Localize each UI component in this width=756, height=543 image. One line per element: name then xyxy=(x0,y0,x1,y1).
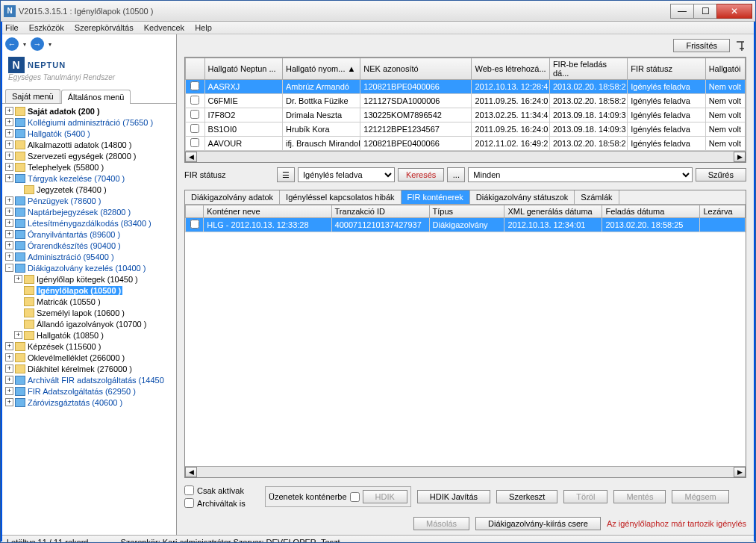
table-row[interactable]: AASRXJAmbrúz Armandó120821BPE04000662012… xyxy=(186,80,746,94)
filter-button[interactable]: Szűrés xyxy=(696,168,746,181)
tree-item[interactable]: +Archivált FIR adatszolgáltatás (14450 xyxy=(4,374,176,385)
table-row[interactable]: I7F8O2Drimala Neszta130225KOM78965422013… xyxy=(186,108,746,122)
tree-view[interactable]: +Saját adatok (200 )+Kollégiumi adminisz… xyxy=(2,104,176,535)
tree-item[interactable]: +Pénzügyek (78600 ) xyxy=(4,195,176,206)
tab-altalanos-menu[interactable]: Általános menü xyxy=(61,90,131,104)
tree-item[interactable]: +Oklevélmelléklet (266000 ) xyxy=(4,352,176,363)
tree-toggle-icon[interactable]: + xyxy=(5,241,13,249)
tree-toggle-icon[interactable]: + xyxy=(14,275,22,283)
column-header[interactable]: Tranzakció ID xyxy=(331,205,429,218)
save-button[interactable]: Mentés xyxy=(613,490,666,503)
nav-back-dropdown[interactable]: ▾ xyxy=(23,41,26,48)
column-header[interactable]: Web-es létrehozá... xyxy=(472,58,549,80)
nav-back-icon[interactable]: ← xyxy=(5,37,19,51)
archived-checkbox[interactable]: Archiváltak is xyxy=(184,498,259,508)
column-header[interactable]: Konténer neve xyxy=(204,205,331,218)
main-grid[interactable]: Hallgató Neptun ...Hallgató nyom... ▲NEK… xyxy=(184,57,746,163)
table-row[interactable]: BS1OI0Hrubík Kora121212BPE12345672011.09… xyxy=(186,122,746,137)
menu-help[interactable]: Help xyxy=(195,23,212,32)
detail-grid[interactable]: Konténer neveTranzakció IDTípusXML gener… xyxy=(185,205,746,232)
menu-kedvencek[interactable]: Kedvencek xyxy=(144,23,184,32)
tree-toggle-icon[interactable]: + xyxy=(5,364,13,373)
detail-scroll-right-icon[interactable]: ▶ xyxy=(734,467,746,477)
nav-forward-dropdown[interactable]: ▾ xyxy=(49,41,51,48)
detail-tab[interactable]: Számlák xyxy=(575,190,619,204)
tree-toggle-icon[interactable]: + xyxy=(5,353,13,362)
messages-to-container-checkbox[interactable] xyxy=(350,492,360,502)
table-row[interactable]: HLG - 2012.10.13. 12:33:2840007112101374… xyxy=(186,218,746,232)
column-header[interactable]: Feladás dátuma xyxy=(602,205,700,218)
refresh-button[interactable]: Frissítés xyxy=(673,39,730,52)
detail-tab[interactable]: FIR konténerek xyxy=(402,190,470,204)
pin-icon[interactable] xyxy=(734,40,746,52)
detail-tab[interactable]: Igényléssel kapcsolatos hibák xyxy=(280,190,402,204)
copy-button[interactable]: Másolás xyxy=(413,517,469,530)
diakigazolvany-kiiras-button[interactable]: Diákigazolvány-kiírás csere xyxy=(475,517,601,530)
tree-item[interactable]: +Kollégiumi adminisztráció (75650 ) xyxy=(4,117,176,128)
column-header[interactable]: Lezárva xyxy=(700,205,746,218)
tree-toggle-icon[interactable]: + xyxy=(5,196,13,205)
tree-item[interactable]: +Óranyilvántartás (89600 ) xyxy=(4,229,176,240)
tree-toggle-icon[interactable]: + xyxy=(5,387,13,395)
filter-mode-icon[interactable]: ☰ xyxy=(277,167,295,182)
tree-toggle-icon[interactable]: + xyxy=(5,140,13,149)
column-header[interactable]: Hallgató nyom... ▲ xyxy=(282,58,360,80)
tree-item[interactable]: Jegyzetek (78400 ) xyxy=(4,184,176,195)
tree-item[interactable]: +Szervezeti egységek (28000 ) xyxy=(4,150,176,161)
tree-toggle-icon[interactable]: + xyxy=(5,252,13,261)
detail-tab[interactable]: Diákigazolvány státuszok xyxy=(470,190,575,204)
scroll-right-icon[interactable]: ▶ xyxy=(734,152,746,162)
tree-item[interactable]: -Diákigazolvány kezelés (10400 ) xyxy=(4,262,176,273)
tree-item[interactable]: +Órarendkészítés (90400 ) xyxy=(4,240,176,251)
table-row[interactable]: C6FMIEDr. Bottka Füzike121127SDA10000062… xyxy=(186,94,746,108)
column-header[interactable]: Típus xyxy=(429,205,504,218)
maximize-button[interactable]: ☐ xyxy=(693,4,717,19)
tree-item[interactable]: Személyi lapok (10600 ) xyxy=(4,307,176,318)
tree-toggle-icon[interactable]: + xyxy=(5,230,13,238)
tree-item[interactable]: +Adminisztráció (95400 ) xyxy=(4,251,176,262)
tree-item[interactable]: +Telephelyek (55800 ) xyxy=(4,161,176,173)
tree-toggle-icon[interactable]: + xyxy=(5,129,13,137)
row-checkbox[interactable] xyxy=(190,110,199,119)
hdik-button[interactable]: HDIK xyxy=(363,490,407,503)
menu-file[interactable]: File xyxy=(5,23,19,32)
nav-forward-icon[interactable]: → xyxy=(31,37,44,51)
row-checkbox[interactable] xyxy=(190,220,199,229)
table-row[interactable]: AAVOURifj. Brausch Mirandol120821BPE0400… xyxy=(186,137,746,151)
tree-toggle-icon[interactable]: + xyxy=(5,152,13,160)
tree-toggle-icon[interactable]: - xyxy=(5,264,13,272)
tree-toggle-icon[interactable]: + xyxy=(5,208,13,216)
column-header[interactable]: Hallgatói xyxy=(705,58,745,80)
search-more-button[interactable]: ... xyxy=(447,167,465,182)
row-checkbox[interactable] xyxy=(190,124,199,133)
hdik-javitas-button[interactable]: HDIK Javítás xyxy=(417,490,490,503)
row-checkbox[interactable] xyxy=(190,138,199,147)
scroll-left-icon[interactable]: ◀ xyxy=(185,152,197,162)
tab-sajat-menu[interactable]: Saját menü xyxy=(5,89,60,103)
menu-eszkozok[interactable]: Eszközök xyxy=(29,23,64,32)
row-checkbox[interactable] xyxy=(190,96,199,105)
tree-toggle-icon[interactable]: + xyxy=(5,376,13,384)
tree-item[interactable]: +Alkalmazotti adatok (14800 ) xyxy=(4,139,176,150)
tree-item[interactable]: +Igénylőlap kötegek (10450 ) xyxy=(4,273,176,285)
tree-toggle-icon[interactable]: + xyxy=(5,342,13,350)
column-header[interactable]: NEK azonosító xyxy=(360,58,472,80)
tree-item[interactable]: +Képzések (115600 ) xyxy=(4,341,176,352)
only-active-checkbox[interactable]: Csak aktívak xyxy=(184,485,259,495)
tree-toggle-icon[interactable]: + xyxy=(5,107,13,115)
tree-item[interactable]: +Létesítménygazdálkodás (83400 ) xyxy=(4,217,176,229)
column-header[interactable] xyxy=(186,58,205,80)
filter-status-select[interactable]: Igénylés feladva xyxy=(298,167,395,182)
column-header[interactable]: FIR státusz xyxy=(628,58,705,80)
tree-item[interactable]: +Hallgatók (5400 ) xyxy=(4,128,176,139)
tree-item[interactable]: +Saját adatok (200 ) xyxy=(4,105,176,117)
tree-toggle-icon[interactable]: + xyxy=(14,331,22,339)
tree-item[interactable]: +Diákhitel kérelmek (276000 ) xyxy=(4,363,176,374)
row-checkbox[interactable] xyxy=(190,81,199,90)
tree-item[interactable]: +FIR Adatszolgáltatás (62950 ) xyxy=(4,385,176,397)
tree-item[interactable]: +Záróvizsgáztatás (40600 ) xyxy=(4,397,176,408)
tree-item[interactable]: Igénylőlapok (10500 ) xyxy=(4,285,176,296)
tree-toggle-icon[interactable]: + xyxy=(5,163,13,171)
edit-button[interactable]: Szerkeszt xyxy=(496,490,557,503)
search-button[interactable]: Keresés xyxy=(398,168,444,181)
